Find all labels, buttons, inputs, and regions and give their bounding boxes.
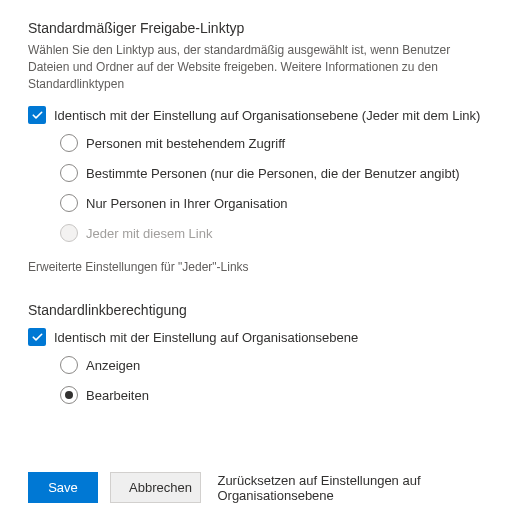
section-description-link-type: Wählen Sie den Linktyp aus, der standard… bbox=[28, 42, 492, 92]
reset-org-link[interactable]: Zurücksetzen auf Einstellungen auf Organ… bbox=[217, 473, 492, 503]
radio-view[interactable]: Anzeigen bbox=[60, 356, 492, 374]
checkmark-icon bbox=[28, 328, 46, 346]
radio-edit[interactable]: Bearbeiten bbox=[60, 386, 492, 404]
checkmark-icon bbox=[28, 106, 46, 124]
radio-icon bbox=[60, 224, 78, 242]
radio-specific-people[interactable]: Bestimmte Personen (nur die Personen, di… bbox=[60, 164, 492, 182]
radio-label: Personen mit bestehendem Zugriff bbox=[86, 136, 285, 151]
radio-label: Bestimmte Personen (nur die Personen, di… bbox=[86, 166, 460, 181]
permission-radio-group: Anzeigen Bearbeiten bbox=[60, 356, 492, 404]
radio-icon bbox=[60, 134, 78, 152]
radio-existing-access[interactable]: Personen mit bestehendem Zugriff bbox=[60, 134, 492, 152]
section-heading-link-type: Standardmäßiger Freigabe-Linktyp bbox=[28, 20, 492, 36]
advanced-anyone-links[interactable]: Erweiterte Einstellungen für "Jeder"-Lin… bbox=[28, 260, 492, 274]
permission-org-checkbox-label: Identisch mit der Einstellung auf Organi… bbox=[54, 330, 358, 345]
radio-label: Bearbeiten bbox=[86, 388, 149, 403]
radio-org-people[interactable]: Nur Personen in Ihrer Organisation bbox=[60, 194, 492, 212]
radio-icon bbox=[60, 194, 78, 212]
radio-icon bbox=[60, 356, 78, 374]
permission-org-checkbox-row[interactable]: Identisch mit der Einstellung auf Organi… bbox=[28, 328, 492, 346]
radio-anyone-link[interactable]: Jeder mit diesem Link bbox=[60, 224, 492, 242]
radio-label: Anzeigen bbox=[86, 358, 140, 373]
default-link-type-section: Standardmäßiger Freigabe-Linktyp Wählen … bbox=[28, 20, 492, 274]
section-heading-permission: Standardlinkberechtigung bbox=[28, 302, 492, 318]
radio-label: Jeder mit diesem Link bbox=[86, 226, 212, 241]
default-link-permission-section: Standardlinkberechtigung Identisch mit d… bbox=[28, 302, 492, 404]
org-setting-checkbox-label: Identisch mit der Einstellung auf Organi… bbox=[54, 108, 480, 123]
link-type-radio-group: Personen mit bestehendem Zugriff Bestimm… bbox=[60, 134, 492, 242]
org-setting-checkbox-row[interactable]: Identisch mit der Einstellung auf Organi… bbox=[28, 106, 492, 124]
radio-label: Nur Personen in Ihrer Organisation bbox=[86, 196, 288, 211]
cancel-button[interactable]: Abbrechen bbox=[110, 472, 201, 503]
radio-icon bbox=[60, 164, 78, 182]
radio-icon bbox=[60, 386, 78, 404]
footer-actions: Save Abbrechen Zurücksetzen auf Einstell… bbox=[28, 472, 492, 503]
save-button[interactable]: Save bbox=[28, 472, 98, 503]
